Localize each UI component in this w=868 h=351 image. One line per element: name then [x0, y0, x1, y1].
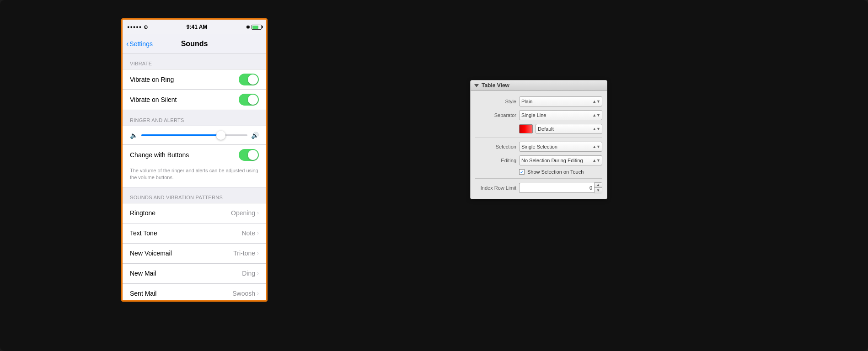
sound-row[interactable]: New Voicemail Tri-tone ›	[123, 244, 266, 264]
volume-row[interactable]: 🔈 🔊	[130, 132, 259, 139]
editing-select-wrapper[interactable]: No Selection During Editing Single Selec…	[519, 155, 602, 165]
selection-label: Selection	[475, 144, 516, 149]
color-row: Default Custom ▲▼	[471, 122, 607, 136]
iphone-simulator: ●●●●● ⊙ 9:41 AM ✱ ‹ Settings Sounds VIBR…	[121, 18, 268, 302]
separator-select-wrapper[interactable]: Single Line None ▲▼	[519, 110, 602, 120]
divider-2	[475, 178, 602, 179]
workspace: ●●●●● ⊙ 9:41 AM ✱ ‹ Settings Sounds VIBR…	[0, 0, 868, 351]
sound-value-wrap: Ding ›	[242, 270, 259, 277]
sound-value: Opening	[231, 209, 255, 217]
sounds-section-header: SOUNDS AND VIBRATION PATTERNS	[123, 187, 266, 203]
style-label: Style	[475, 99, 516, 104]
show-selection-label: Show Selection on Touch	[527, 169, 584, 175]
sound-label: New Voicemail	[130, 250, 172, 257]
selection-select[interactable]: No Selection Single Selection Multiple S…	[519, 142, 602, 152]
vibrate-on-silent-toggle[interactable]	[239, 94, 259, 106]
sound-value-wrap: Swoosh ›	[232, 290, 259, 297]
status-left: ●●●●● ⊙	[127, 24, 148, 30]
sound-value-wrap: Opening ›	[231, 209, 259, 217]
sounds-table: Ringtone Opening › Text Tone Note › New …	[123, 203, 266, 300]
vibrate-table: Vibrate on Ring Vibrate on Silent	[123, 69, 266, 110]
style-select-wrapper[interactable]: Plain Grouped ▲▼	[519, 96, 602, 106]
sound-label: Ringtone	[130, 209, 155, 217]
sound-value: Swoosh	[232, 290, 255, 297]
stepper-increment[interactable]: ▲	[595, 183, 602, 188]
sound-value-wrap: Note ›	[241, 229, 259, 237]
toggle-thumb-2	[248, 95, 258, 105]
wifi-icon: ⊙	[144, 24, 148, 30]
inspector-panel: Table View Style Plain Grouped ▲▼ Separa…	[470, 80, 607, 199]
color-select[interactable]: Default Custom	[536, 124, 602, 134]
vibrate-on-ring-row[interactable]: Vibrate on Ring	[123, 69, 266, 90]
battery-icon	[252, 25, 262, 30]
selection-select-wrapper[interactable]: No Selection Single Selection Multiple S…	[519, 142, 602, 152]
editing-label: Editing	[475, 158, 516, 163]
signal-icon: ●●●●●	[127, 25, 142, 29]
chevron-right-icon: ›	[257, 250, 259, 256]
nav-title: Sounds	[181, 40, 208, 48]
index-row-limit-row: Index Row Limit ▲ ▼	[471, 181, 607, 195]
back-label: Settings	[129, 40, 153, 48]
vibrate-on-ring-toggle[interactable]	[239, 74, 259, 85]
ringer-section: 🔈 🔊 Change with Buttons The volume of th…	[123, 126, 266, 187]
sound-value: Tri-tone	[233, 250, 255, 257]
sound-row[interactable]: Text Tone Note ›	[123, 223, 266, 244]
editing-select[interactable]: No Selection During Editing Single Selec…	[519, 155, 602, 165]
chevron-right-icon: ›	[257, 210, 259, 216]
style-row: Style Plain Grouped ▲▼	[471, 95, 607, 108]
volume-slider[interactable]	[141, 134, 247, 136]
style-select[interactable]: Plain Grouped	[519, 96, 602, 106]
back-chevron-icon: ‹	[126, 40, 129, 48]
status-right: ✱	[246, 25, 262, 30]
show-selection-checkbox[interactable]: ✓	[519, 169, 525, 175]
inspector-title: Table View	[482, 82, 509, 89]
back-button[interactable]: ‹ Settings	[126, 40, 153, 48]
change-buttons-toggle[interactable]	[239, 149, 259, 161]
vibrate-on-silent-label: Vibrate on Silent	[130, 96, 177, 103]
volume-low-icon: 🔈	[130, 132, 138, 139]
stepper-decrement[interactable]: ▼	[595, 188, 602, 193]
index-row-label: Index Row Limit	[475, 185, 516, 191]
chevron-right-icon: ›	[257, 290, 259, 297]
volume-fill	[141, 134, 221, 136]
vibrate-section-header: VIBRATE	[123, 53, 266, 69]
status-bar: ●●●●● ⊙ 9:41 AM ✱	[123, 20, 266, 34]
toggle-thumb	[248, 74, 258, 85]
separator-select[interactable]: Single Line None	[519, 110, 602, 120]
divider-1	[475, 138, 602, 138]
triangle-icon	[474, 84, 479, 87]
battery-fill	[252, 26, 258, 29]
volume-thumb	[216, 131, 225, 140]
separator-row: Separator Single Line None ▲▼	[471, 108, 607, 122]
chevron-right-icon: ›	[257, 270, 259, 277]
helper-text: The volume of the ringer and alerts can …	[130, 165, 259, 181]
sound-row[interactable]: Sent Mail Swoosh ›	[123, 284, 266, 300]
inspector-body: Style Plain Grouped ▲▼ Separator Single …	[471, 91, 607, 199]
selection-row: Selection No Selection Single Selection …	[471, 140, 607, 154]
toggle-thumb-3	[248, 150, 258, 160]
volume-high-icon: 🔊	[251, 132, 259, 139]
color-select-wrap[interactable]: Default Custom ▲▼	[536, 124, 602, 134]
color-swatch[interactable]	[519, 124, 533, 133]
index-row-input[interactable]	[519, 183, 594, 193]
sound-label: New Mail	[130, 270, 156, 277]
separator-label: Separator	[475, 112, 516, 118]
inspector-header: Table View	[471, 80, 607, 91]
change-buttons-row[interactable]: Change with Buttons	[123, 144, 266, 165]
sound-row[interactable]: New Mail Ding ›	[123, 264, 266, 284]
sound-row[interactable]: Ringtone Opening ›	[123, 203, 266, 223]
sound-value: Note	[241, 229, 255, 237]
editing-row: Editing No Selection During Editing Sing…	[471, 154, 607, 167]
sound-value-wrap: Tri-tone ›	[233, 250, 259, 257]
index-row-stepper[interactable]: ▲ ▼	[519, 182, 602, 193]
vibrate-on-silent-row[interactable]: Vibrate on Silent	[123, 90, 266, 110]
chevron-right-icon: ›	[257, 230, 259, 236]
vibrate-on-ring-label: Vibrate on Ring	[130, 76, 174, 83]
bluetooth-icon: ✱	[246, 25, 250, 30]
ringer-section-header: RINGER AND ALERTS	[123, 110, 266, 126]
change-buttons-label: Change with Buttons	[130, 151, 189, 159]
settings-content[interactable]: VIBRATE Vibrate on Ring Vibrate on Silen…	[123, 53, 266, 300]
nav-bar: ‹ Settings Sounds	[123, 34, 266, 53]
status-time: 9:41 AM	[187, 24, 208, 30]
sound-label: Sent Mail	[130, 290, 156, 297]
